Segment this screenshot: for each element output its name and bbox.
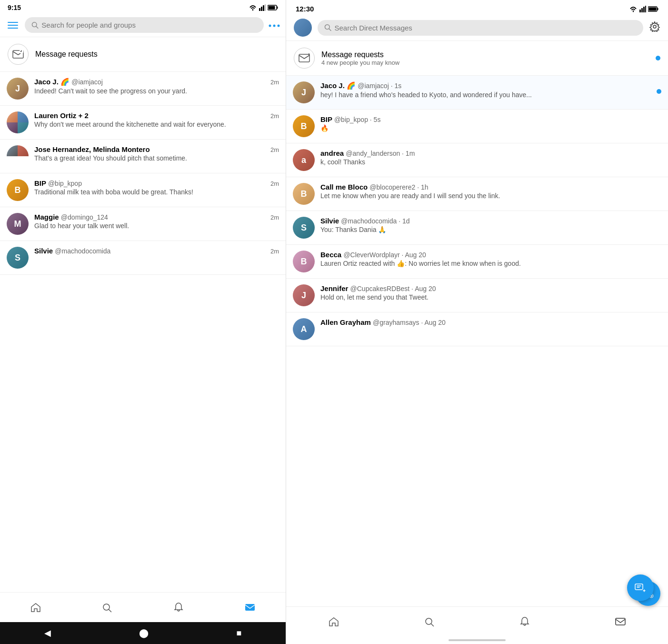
svg-rect-30 — [635, 584, 643, 590]
svg-line-8 — [36, 26, 38, 28]
nav-home-left[interactable] — [25, 597, 46, 618]
conv-handle: @machodocomida — [55, 247, 110, 255]
conversation-item[interactable]: A Allen Grayham @grayhamsays · Aug 20 — [286, 312, 668, 346]
conv-content: Call me Bloco @blocoperere2 · 1h Let me … — [320, 183, 661, 200]
wifi-icon-right — [629, 6, 638, 12]
nav-notifications-right[interactable] — [514, 612, 535, 633]
conv-preview: Let me know when you are ready and I wil… — [320, 192, 661, 200]
more-button-left[interactable] — [269, 20, 280, 30]
nav-home-right[interactable] — [323, 612, 344, 633]
svg-line-17 — [109, 610, 111, 612]
conversation-item[interactable]: J Jaco J. 🌈 @iamjacoj 2m Indeed! Can't w… — [0, 72, 286, 106]
messages-icon-right — [615, 616, 626, 628]
android-recents-left[interactable]: ■ — [237, 628, 242, 638]
conv-handle: @CupcakesRDBest · Aug 20 — [350, 285, 436, 292]
gear-icon — [649, 21, 660, 32]
home-indicator — [449, 639, 506, 641]
status-icons-left — [249, 4, 278, 11]
message-requests-left[interactable]: Message requests — [0, 37, 286, 72]
conv-header: Jaco J. 🌈 @iamjacoj 2m — [34, 78, 279, 86]
conv-header: BIP @bip_kpop 2m — [34, 179, 279, 187]
svg-rect-2 — [263, 5, 264, 11]
conv-preview: Lauren Ortiz reacted with 👍: No worries … — [320, 260, 661, 267]
bottom-nav-left — [0, 592, 286, 622]
conversation-item[interactable]: J Jennifer @CupcakesRDBest · Aug 20 Hold… — [286, 279, 668, 312]
conv-name: Becca @CleverWordplayr · Aug 20 — [320, 251, 426, 259]
conversation-item[interactable]: S Silvie @machodocomida 2m — [0, 241, 286, 275]
svg-line-33 — [431, 624, 433, 626]
conversation-item[interactable]: Jose Hernandez, Melinda Montero 2m That'… — [0, 140, 286, 173]
conv-content: Silvie @machodocomida 2m — [34, 247, 279, 255]
conv-name: BIP @bip_kpop — [34, 179, 82, 187]
conversation-item[interactable]: Lauren Ortiz + 2 2m Why don't we meet ar… — [0, 106, 286, 140]
conversation-list-left: J Jaco J. 🌈 @iamjacoj 2m Indeed! Can't w… — [0, 72, 286, 592]
nav-search-left[interactable] — [97, 597, 118, 618]
compose-fab-right[interactable] — [627, 574, 654, 601]
settings-button[interactable] — [649, 21, 660, 34]
svg-rect-3 — [265, 4, 266, 11]
search-input-left[interactable] — [41, 21, 257, 29]
time-right: 12:30 — [296, 5, 314, 13]
conversation-item[interactable]: a andrea @andy_landerson · 1m k, cool! T… — [286, 143, 668, 177]
message-requests-label-left: Message requests — [35, 50, 98, 59]
svg-rect-6 — [269, 6, 275, 10]
conversation-item[interactable]: B BIP @bip_kpop 2m Traditional milk tea … — [0, 173, 286, 207]
avatar: S — [293, 217, 315, 239]
conversation-item[interactable]: J Jaco J. 🌈 @iamjacoj · 1s hey! I have a… — [286, 76, 668, 110]
conversation-item[interactable]: B Becca @CleverWordplayr · Aug 20 Lauren… — [286, 245, 668, 279]
header-right — [286, 15, 668, 41]
svg-rect-0 — [259, 8, 260, 11]
header-left — [0, 13, 286, 37]
conv-header: andrea @andy_landerson · 1m — [320, 149, 661, 157]
conv-handle: @CleverWordplayr · Aug 20 — [343, 251, 426, 259]
conv-name: Allen Grayham @grayhamsays · Aug 20 — [320, 318, 446, 326]
conversation-item[interactable]: S Silvie @machodocomida · 1d You: Thanks… — [286, 211, 668, 245]
conv-handle: @andy_landerson · 1m — [346, 150, 415, 157]
conversation-list-right: J Jaco J. 🌈 @iamjacoj · 1s hey! I have a… — [286, 76, 668, 606]
conversation-item[interactable]: M Maggie @domingo_124 2m Glad to hear yo… — [0, 207, 286, 241]
conv-preview: Traditional milk tea with boba would be … — [34, 188, 279, 196]
svg-rect-25 — [649, 7, 657, 10]
avatar: J — [7, 78, 29, 100]
search-input-right[interactable] — [334, 24, 637, 32]
conv-header: BIP @bip_kpop · 5s — [320, 115, 661, 123]
conv-content: Jaco J. 🌈 @iamjacoj · 1s hey! I have a f… — [320, 81, 651, 99]
user-avatar[interactable] — [294, 19, 312, 37]
nav-messages-left[interactable] — [239, 597, 260, 618]
nav-notifications-left[interactable] — [168, 597, 189, 618]
message-requests-text: Message requests 4 new people you may kn… — [321, 50, 399, 66]
conv-handle: @iamjacoj · 1s — [358, 82, 401, 90]
conv-content: Becca @CleverWordplayr · Aug 20 Lauren O… — [320, 251, 661, 267]
bell-icon-right — [519, 616, 530, 628]
message-requests-right[interactable]: Message requests 4 new people you may kn… — [286, 41, 668, 76]
conversation-item[interactable]: B BIP @bip_kpop · 5s 🔥 — [286, 110, 668, 143]
conv-preview: hey! I have a friend who's headed to Kyo… — [320, 91, 651, 99]
avatar: B — [293, 115, 315, 137]
svg-rect-21 — [643, 7, 645, 12]
hamburger-button[interactable] — [6, 20, 20, 30]
search-bar-left[interactable] — [25, 17, 264, 33]
signal-icon — [259, 4, 266, 11]
unread-dot-requests — [656, 56, 660, 60]
search-icon-left — [31, 21, 39, 29]
more-dots-icon — [269, 23, 280, 28]
conversation-item[interactable]: B Call me Bloco @blocoperere2 · 1h Let m… — [286, 177, 668, 211]
status-bar-right: 12:30 — [286, 0, 668, 15]
conv-header: Jose Hernandez, Melinda Montero 2m — [34, 145, 279, 153]
avatar: S — [7, 247, 29, 269]
android-home-left[interactable]: ⬤ — [139, 628, 149, 638]
conv-name: BIP @bip_kpop · 5s — [320, 115, 380, 123]
conv-preview: Hold on, let me send you that Tweet. — [320, 293, 661, 301]
conv-handle: @domingo_124 — [61, 213, 108, 221]
wifi-icon — [249, 4, 257, 11]
svg-rect-24 — [658, 8, 658, 10]
nav-messages-right[interactable] — [610, 612, 631, 633]
android-back-left[interactable]: ◀ — [44, 628, 51, 638]
conv-handle: @blocoperere2 · 1h — [369, 183, 428, 191]
avatar: B — [7, 179, 29, 201]
svg-point-10 — [273, 25, 276, 27]
conv-content: Jose Hernandez, Melinda Montero 2m That'… — [34, 145, 279, 162]
search-bar-right[interactable] — [318, 20, 643, 36]
conv-header: Silvie @machodocomida · 1d — [320, 217, 661, 225]
nav-search-right[interactable] — [419, 612, 440, 633]
